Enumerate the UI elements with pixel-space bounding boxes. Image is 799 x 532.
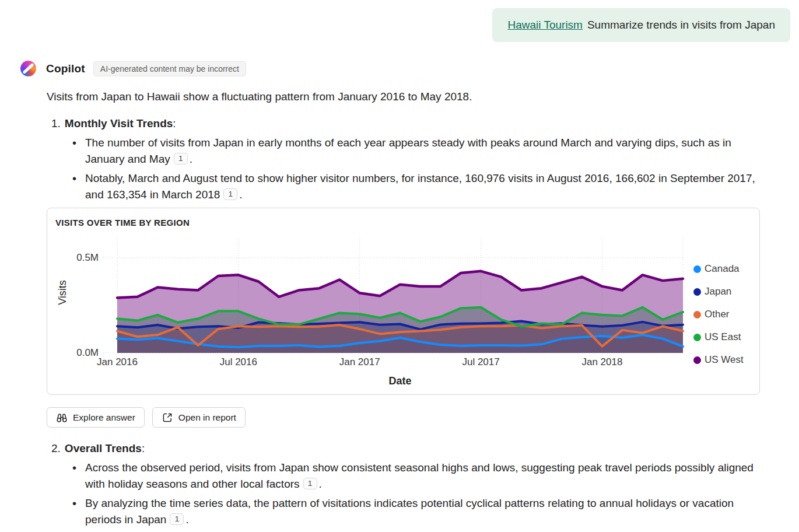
legend-item-us-west[interactable]: US West xyxy=(693,354,744,366)
legend-dot-icon xyxy=(693,356,701,364)
section-heading: Overall Trends: xyxy=(65,440,145,457)
citation-badge[interactable]: 1 xyxy=(174,153,188,164)
bullet-marker: • xyxy=(72,170,85,203)
x-tick-label: Jan 2017 xyxy=(331,356,389,368)
open-in-report-label: Open in report xyxy=(178,412,236,423)
legend-item-canada[interactable]: Canada xyxy=(693,263,744,275)
x-tick-label: Jul 2016 xyxy=(209,356,268,368)
legend-item-japan[interactable]: Japan xyxy=(693,286,744,298)
legend-label: US East xyxy=(705,331,741,343)
bullet-marker: • xyxy=(72,495,85,528)
intro-text: Visits from Japan to Hawaii show a fluct… xyxy=(47,89,770,105)
bullet-text: The number of visits from Japan in early… xyxy=(85,135,766,167)
legend-item-us-east[interactable]: US East xyxy=(693,331,744,343)
copilot-answer-screen: Hawaii Tourism Summarize trends in visit… xyxy=(0,0,799,532)
bullet-marker: • xyxy=(72,135,85,167)
context-link-hawaii-tourism[interactable]: Hawaii Tourism xyxy=(507,19,582,32)
ai-disclaimer-badge: AI-generated content may be incorrect xyxy=(93,61,246,76)
citation-badge[interactable]: 1 xyxy=(223,188,237,200)
legend-label: Canada xyxy=(705,263,740,275)
section-number: 2. xyxy=(51,440,61,457)
copilot-logo-icon xyxy=(20,61,36,76)
bullet-item: •The number of visits from Japan in earl… xyxy=(72,135,770,167)
section-monthly-visit-trends: 1.Monthly Visit Trends:•The number of vi… xyxy=(47,116,770,203)
section-heading: Monthly Visit Trends: xyxy=(65,116,176,132)
bullet-text: Across the observed period, visits from … xyxy=(85,460,766,492)
app-name: Copilot xyxy=(46,62,85,75)
bullet-item: •Notably, March and August tend to show … xyxy=(72,170,770,203)
section-overall-trends: 2.Overall Trends:•Across the observed pe… xyxy=(47,440,770,528)
x-tick-label: Jul 2017 xyxy=(452,356,510,368)
legend-dot-icon xyxy=(693,334,701,341)
x-tick-label: Jan 2018 xyxy=(573,356,631,368)
open-external-icon xyxy=(162,412,173,424)
legend-dot-icon xyxy=(693,288,701,296)
explore-answer-button[interactable]: Explore answer xyxy=(47,407,145,428)
copilot-header: Copilot AI-generated content may be inco… xyxy=(20,61,246,76)
x-tick-label: Jan 2016 xyxy=(88,356,146,368)
legend-label: Other xyxy=(705,309,730,320)
y-tick-label: 0.5M xyxy=(68,252,99,264)
citation-badge[interactable]: 1 xyxy=(303,478,317,489)
bullet-marker: • xyxy=(72,460,85,492)
chart-card: VISITS OVER TIME BY REGION Visits Date 0… xyxy=(47,208,760,395)
chart-legend: CanadaJapanOtherUS EastUS West xyxy=(693,263,744,377)
visits-area-chart[interactable] xyxy=(47,208,759,394)
y-axis-title: Visits xyxy=(57,275,69,310)
answer-actions: Explore answer Open in report xyxy=(47,407,246,428)
binoculars-icon xyxy=(56,412,68,424)
legend-label: Japan xyxy=(705,286,731,298)
legend-dot-icon xyxy=(693,311,701,318)
bullet-item: •By analyzing the time series data, the … xyxy=(72,495,770,528)
citation-badge[interactable]: 1 xyxy=(170,513,184,525)
bullet-text: By analyzing the time series data, the p… xyxy=(85,495,766,528)
user-prompt-pill: Hawaii Tourism Summarize trends in visit… xyxy=(492,8,790,42)
bullet-item: •Across the observed period, visits from… xyxy=(72,460,770,492)
legend-label: US West xyxy=(705,354,744,366)
prompt-text: Summarize trends in visits from Japan xyxy=(587,19,775,32)
open-in-report-button[interactable]: Open in report xyxy=(152,407,246,428)
section-number: 1. xyxy=(51,116,61,132)
bullet-text: Notably, March and August tend to show h… xyxy=(85,170,766,203)
legend-item-other[interactable]: Other xyxy=(693,309,744,320)
x-axis-title: Date xyxy=(371,375,429,387)
explore-answer-label: Explore answer xyxy=(73,412,135,423)
legend-dot-icon xyxy=(693,265,701,273)
